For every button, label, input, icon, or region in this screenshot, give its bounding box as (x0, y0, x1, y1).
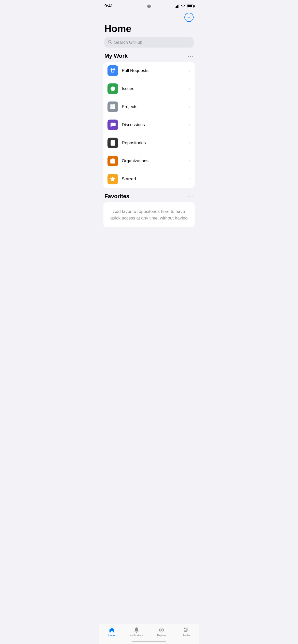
header: + (99, 11, 199, 22)
favorites-empty-text: Add favorite repositories here to have q… (110, 209, 187, 221)
favorites-section: Favorites ··· Add favorite repositories … (99, 193, 199, 227)
pull-requests-chevron: › (189, 68, 191, 73)
page-title: Home (99, 22, 199, 37)
svg-point-2 (111, 69, 112, 70)
status-icons (175, 4, 194, 8)
repositories-label: Repositories (122, 140, 189, 145)
issues-icon (107, 83, 118, 94)
svg-rect-11 (111, 140, 115, 145)
svg-rect-17 (112, 160, 114, 161)
issues-item[interactable]: Issues › (103, 80, 195, 98)
my-work-more-button[interactable]: ··· (188, 53, 194, 59)
organizations-label: Organizations (122, 158, 189, 164)
search-bar[interactable]: Search GitHub (104, 37, 194, 48)
projects-label: Projects (122, 104, 189, 109)
discussions-icon (107, 120, 118, 130)
pull-requests-item[interactable]: Pull Requests › (103, 62, 195, 80)
camera-notch (147, 5, 151, 8)
my-work-title: My Work (104, 53, 128, 59)
projects-chevron: › (189, 105, 191, 109)
repositories-item[interactable]: Repositories › (103, 134, 195, 152)
add-button[interactable]: + (184, 13, 194, 22)
discussions-item[interactable]: Discussions › (103, 116, 195, 134)
svg-rect-15 (111, 159, 115, 163)
starred-item[interactable]: Starred › (103, 170, 195, 188)
repositories-chevron: › (189, 141, 191, 145)
issues-label: Issues (122, 86, 189, 91)
battery-icon (187, 5, 194, 8)
svg-rect-8 (113, 105, 115, 107)
my-work-header: My Work ··· (99, 53, 199, 62)
favorites-more-button[interactable]: ··· (188, 194, 194, 199)
favorites-card: Add favorite repositories here to have q… (103, 202, 195, 227)
projects-item[interactable]: Projects › (103, 98, 195, 116)
issues-chevron: › (189, 86, 191, 91)
organizations-chevron: › (189, 159, 191, 163)
organizations-icon (107, 156, 118, 166)
status-bar: 9:41 (99, 0, 199, 11)
svg-point-6 (112, 88, 114, 90)
my-work-section: My Work ··· Pull Requests › (99, 53, 199, 188)
svg-rect-9 (111, 107, 113, 109)
pull-requests-icon (107, 65, 118, 76)
wifi-icon (181, 4, 185, 8)
svg-marker-18 (110, 177, 115, 181)
favorites-title: Favorites (104, 193, 129, 200)
signal-icon (175, 4, 179, 8)
starred-label: Starred (122, 177, 189, 182)
status-time: 9:41 (104, 4, 113, 9)
my-work-card: Pull Requests › Issues › (103, 62, 195, 188)
discussions-chevron: › (189, 123, 191, 127)
favorites-header: Favorites ··· (99, 193, 199, 202)
discussions-label: Discussions (122, 122, 189, 127)
starred-icon (107, 174, 118, 184)
svg-rect-7 (111, 105, 113, 107)
projects-icon (107, 101, 118, 112)
svg-line-1 (111, 43, 112, 44)
repositories-icon (107, 138, 118, 148)
organizations-item[interactable]: Organizations › (103, 152, 195, 170)
search-placeholder: Search GitHub (114, 40, 143, 45)
search-icon (108, 40, 112, 45)
starred-chevron: › (189, 177, 191, 181)
pull-requests-label: Pull Requests (122, 68, 189, 73)
svg-rect-10 (113, 107, 115, 109)
